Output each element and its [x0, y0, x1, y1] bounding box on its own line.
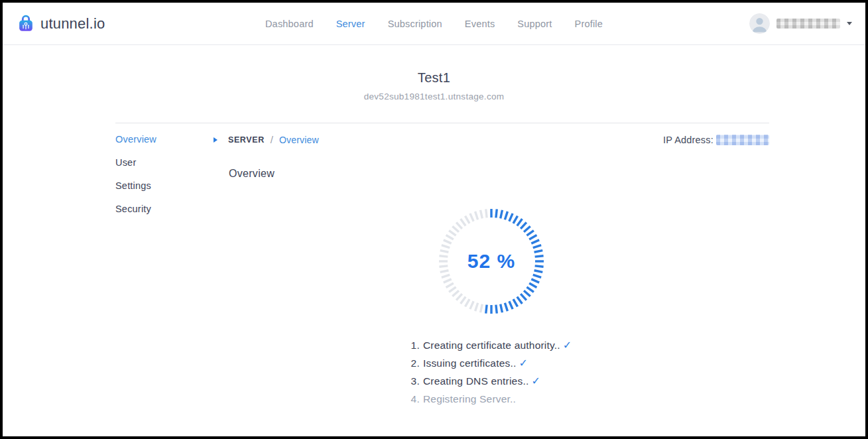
- brand-name: utunnel.io: [40, 15, 105, 32]
- ip-address-label: IP Address:: [663, 135, 713, 145]
- main-panel: SERVER / Overview IP Address: Overview 5…: [214, 134, 769, 408]
- breadcrumb-arrow-icon: [214, 137, 217, 143]
- setup-step-3: 3.Creating DNS entries..✓: [411, 372, 572, 390]
- nav-item-subscription[interactable]: Subscription: [388, 19, 442, 29]
- app-window: utunnel.io Dashboard Server Subscription…: [0, 0, 868, 439]
- setup-steps: 1.Creating certificate authority..✓ 2.Is…: [411, 336, 572, 408]
- step-label: Registering Server..: [423, 393, 516, 405]
- avatar: [749, 13, 770, 34]
- check-icon: ✓: [519, 357, 528, 369]
- app-header: utunnel.io Dashboard Server Subscription…: [3, 3, 865, 45]
- sidebar-item-security[interactable]: Security: [115, 204, 214, 214]
- breadcrumb: SERVER / Overview: [214, 134, 319, 145]
- sidebar-item-overview[interactable]: Overview: [115, 135, 214, 145]
- step-number: 2.: [411, 357, 420, 369]
- step-label: Issuing certificates..: [423, 357, 517, 369]
- progress-area: 52 % 1.Creating certificate authority..✓…: [214, 180, 769, 408]
- server-title-block: Test1 dev52sub1981test1.utnstage.com: [3, 45, 865, 101]
- nav-item-support[interactable]: Support: [517, 19, 552, 29]
- padlock-logo-icon: [16, 13, 36, 35]
- section-title: Overview: [229, 168, 769, 180]
- username-redacted: [776, 19, 840, 29]
- chevron-down-icon: [847, 22, 852, 25]
- step-number: 1.: [411, 340, 420, 351]
- nav-item-dashboard[interactable]: Dashboard: [265, 19, 314, 29]
- step-label: Creating certificate authority..: [423, 340, 560, 351]
- sidebar: Overview User Settings Security: [115, 134, 214, 408]
- server-domain: dev52sub1981test1.utnstage.com: [3, 92, 865, 101]
- ip-address-redacted: [716, 135, 769, 145]
- nav-item-server[interactable]: Server: [336, 19, 365, 29]
- ip-address: IP Address:: [663, 135, 769, 145]
- sidebar-item-settings[interactable]: Settings: [115, 181, 214, 191]
- progress-percent: 52 %: [435, 205, 548, 318]
- panel-topbar: SERVER / Overview IP Address:: [214, 134, 769, 145]
- content-area: Overview User Settings Security SERVER /…: [115, 123, 769, 408]
- breadcrumb-section: SERVER: [228, 135, 265, 145]
- setup-step-1: 1.Creating certificate authority..✓: [411, 336, 572, 354]
- sidebar-item-user[interactable]: User: [115, 158, 214, 168]
- logo[interactable]: utunnel.io: [16, 13, 105, 35]
- step-number: 4.: [411, 393, 420, 405]
- breadcrumb-separator: /: [271, 134, 273, 145]
- main-nav: Dashboard Server Subscription Events Sup…: [265, 3, 603, 44]
- setup-step-2: 2.Issuing certificates..✓: [411, 354, 572, 372]
- page-title: Test1: [3, 70, 865, 86]
- check-icon: ✓: [531, 375, 540, 387]
- step-number: 3.: [411, 375, 420, 387]
- setup-step-4: 4.Registering Server..: [411, 390, 572, 408]
- check-icon: ✓: [563, 340, 572, 351]
- progress-ring: 52 %: [435, 205, 548, 318]
- user-menu[interactable]: [749, 13, 852, 34]
- nav-item-events[interactable]: Events: [465, 19, 495, 29]
- breadcrumb-page-link[interactable]: Overview: [279, 135, 319, 145]
- nav-item-profile[interactable]: Profile: [575, 19, 603, 29]
- step-label: Creating DNS entries..: [423, 375, 528, 387]
